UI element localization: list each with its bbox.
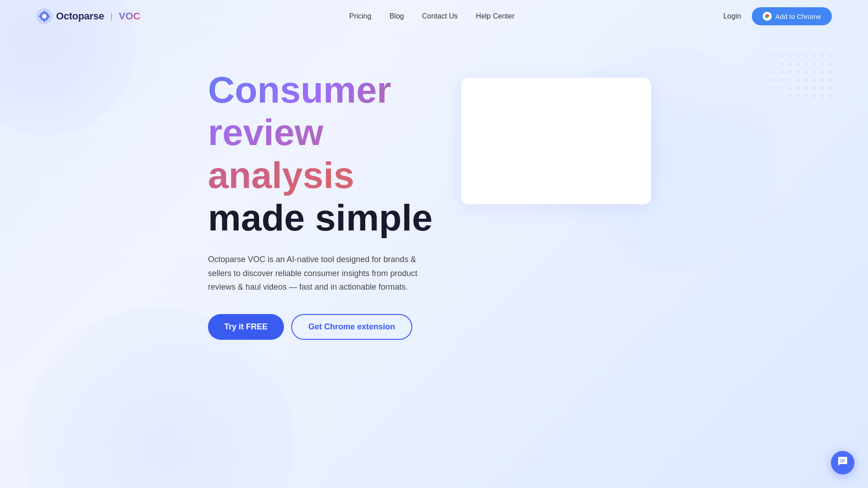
google-chrome-icon — [763, 12, 772, 21]
hero-right-content — [434, 69, 750, 204]
chrome-extension-button[interactable]: Get Chrome extension — [291, 314, 412, 340]
nav-pricing[interactable]: Pricing — [349, 12, 372, 20]
nav-help[interactable]: Help Center — [476, 12, 514, 20]
nav-contact[interactable]: Contact Us — [422, 12, 458, 20]
add-chrome-label: Add to Chrome — [775, 13, 821, 20]
logo-area[interactable]: Octoparse | VOC — [36, 8, 141, 24]
try-free-button[interactable]: Try it FREE — [208, 314, 284, 340]
hero-title: Consumer review analysis made simple — [208, 69, 434, 239]
octoparse-logo-icon — [36, 8, 52, 24]
hero-left-content: Consumer review analysis made simple Oct… — [208, 69, 434, 340]
nav-links: Pricing Blog Contact Us Help Center — [349, 12, 514, 20]
navbar: Octoparse | VOC Pricing Blog Contact Us … — [0, 0, 868, 33]
add-to-chrome-button[interactable]: Add to Chrome — [752, 7, 832, 25]
svg-point-1 — [42, 14, 47, 19]
title-analysis: analysis — [208, 154, 434, 197]
title-made-simple: made simple — [208, 197, 434, 239]
nav-right: Login Add to Chrome — [723, 7, 832, 25]
login-button[interactable]: Login — [723, 12, 741, 20]
dots-pattern — [772, 54, 832, 103]
preview-card — [461, 78, 651, 204]
logo-separator: | — [110, 12, 113, 21]
chat-widget[interactable] — [831, 451, 854, 474]
logo-text: Octoparse — [56, 10, 104, 22]
nav-blog[interactable]: Blog — [389, 12, 404, 20]
hero-description: Octoparse VOC is an AI-native tool desig… — [208, 253, 434, 294]
svg-point-2 — [766, 15, 769, 18]
title-review: review — [208, 111, 434, 154]
hero-buttons: Try it FREE Get Chrome extension — [208, 314, 434, 340]
title-consumer: Consumer — [208, 69, 434, 111]
chat-icon — [837, 456, 848, 469]
voc-logo-text: VOC — [119, 10, 141, 22]
hero-section: Consumer review analysis made simple Oct… — [118, 33, 750, 340]
